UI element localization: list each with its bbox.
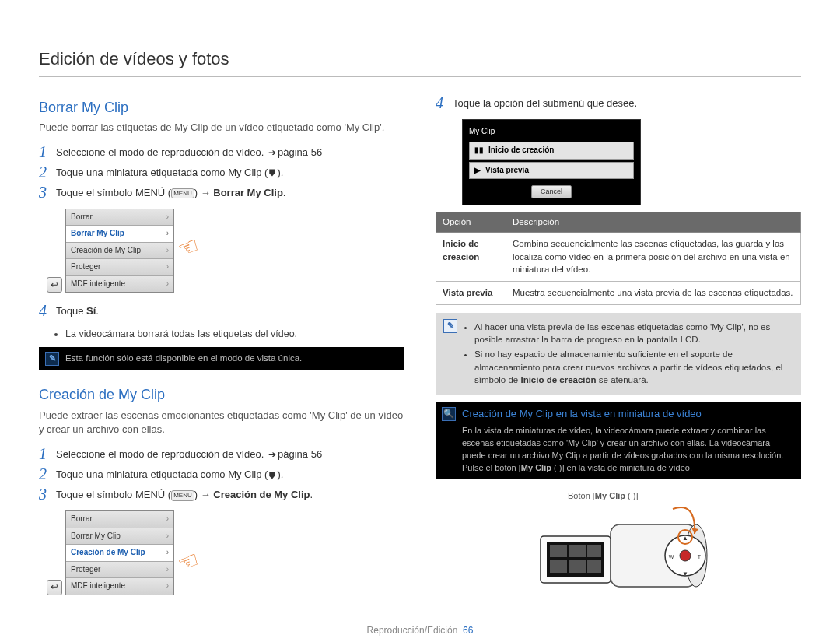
note-body: En la vista de miniaturas de vídeo, la v…: [462, 426, 783, 472]
camcorder-svg: ▲ ▼ W T: [494, 493, 743, 610]
svg-rect-8: [550, 560, 567, 573]
step-number: 3: [39, 184, 56, 201]
step-text: Toque el símbolo MENÚ (MENU) → Borrar My…: [56, 184, 404, 201]
note-grey-box: ✎ Al hacer una vista previa de las escen…: [436, 313, 801, 395]
back-button-icon: ↩: [47, 277, 62, 293]
table-header-option: Opción: [436, 212, 506, 233]
table-cell-val: Muestra secuencialmente una vista previa…: [506, 282, 801, 305]
note-bullet: Al hacer una vista previa de las escenas…: [474, 321, 793, 346]
lcd-submenu-screenshot: My Clip ▮▮ Inicio de creación ▶ Vista pr…: [462, 119, 641, 206]
footer-page-number: 66: [463, 625, 473, 636]
info-icon: ✎: [443, 319, 457, 333]
menu-screenshot-creacion: ↩ Borrar› Borrar My Clip› Creación de My…: [65, 510, 182, 595]
step-text: Toque una miniatura etiquetada como My C…: [56, 465, 404, 482]
chevron-right-icon: ›: [166, 531, 169, 542]
menu-row: Borrar›: [66, 511, 173, 528]
intro-creacion: Puede extraer las escenas emocionantes e…: [39, 409, 404, 438]
page-title: Edición de vídeos y fotos: [39, 47, 801, 77]
hand-pointer-icon: ☜: [173, 542, 204, 581]
menu-row: Borrar›: [66, 209, 173, 226]
chevron-right-icon: ›: [166, 212, 169, 223]
chevron-right-icon: ›: [166, 547, 169, 559]
svg-text:W: W: [669, 554, 674, 560]
chevron-right-icon: ›: [166, 228, 169, 240]
chevron-right-icon: ›: [166, 581, 169, 592]
myclip-tag-icon: [268, 168, 277, 177]
chevron-right-icon: ›: [166, 564, 169, 576]
page-footer: Reproducción/Edición 66: [39, 624, 801, 637]
menu-row-selected: Creación de My Clip›: [66, 545, 173, 562]
left-column: Borrar My Clip Puede borrar las etiqueta…: [39, 91, 404, 610]
steps-borrar: 1 Seleccione el modo de reproducción de …: [39, 143, 404, 201]
steps-right: 4 Toque la opción del submenú que desee.: [436, 94, 801, 111]
steps-borrar-cont: 4 Toque Sí.: [39, 302, 404, 319]
step-text: Toque una miniatura etiquetada como My C…: [56, 163, 404, 181]
svg-rect-9: [569, 560, 586, 573]
menu-row: MDF inteligente›: [66, 578, 173, 595]
chevron-right-icon: ›: [166, 514, 169, 525]
heading-borrar-myclip: Borrar My Clip: [39, 97, 404, 118]
step4-bullet: La videocámara borrará todas las etiquet…: [54, 327, 404, 341]
step-text: Seleccione el modo de reproducción de ví…: [56, 445, 404, 462]
note-bullet: Si no hay espacio de almacenamiento sufi…: [474, 348, 793, 387]
note-single-view: ✎ Esta función sólo está disponible en e…: [39, 347, 404, 370]
page-ref-arrow-icon: [267, 447, 278, 462]
camcorder-button-label: Botón [My Clip ( )]: [568, 490, 638, 503]
step-number: 1: [39, 143, 56, 160]
menu-screenshot-borrar: ↩ Borrar› Borrar My Clip› Creación de My…: [65, 209, 182, 293]
svg-text:▼: ▼: [682, 570, 688, 577]
magnify-icon: 🔍: [442, 407, 456, 421]
myclip-tag-icon: [268, 471, 277, 480]
info-icon: ✎: [45, 352, 59, 366]
steps-creacion: 1 Seleccione el modo de reproducción de …: [39, 445, 404, 503]
svg-point-12: [680, 550, 691, 561]
lcd-row-vista: ▶ Vista previa: [469, 162, 634, 180]
svg-text:T: T: [698, 554, 702, 560]
step-number: 1: [39, 445, 56, 462]
intro-borrar: Puede borrar las etiquetas de My Clip de…: [39, 121, 404, 135]
svg-rect-6: [569, 545, 586, 557]
step-text: Toque el símbolo MENÚ (MENU) → Creación …: [56, 486, 404, 503]
menu-row: MDF inteligente›: [66, 276, 173, 293]
lcd-row-inicio: ▮▮ Inicio de creación: [469, 142, 634, 160]
table-cell-key: Vista previa: [436, 282, 506, 305]
chevron-right-icon: ›: [166, 279, 169, 290]
svg-text:▲: ▲: [682, 535, 688, 542]
menu-row: Borrar My Clip›: [66, 528, 173, 546]
menu-row: Creación de My Clip›: [66, 243, 173, 260]
camcorder-illustration: Botón [My Clip ( )] ▲: [436, 493, 801, 610]
step-text: Toque Sí.: [56, 302, 404, 319]
table-header-description: Descripción: [506, 212, 801, 233]
step-number: 4: [436, 94, 453, 111]
options-table: Opción Descripción Inicio de creación Co…: [436, 212, 801, 304]
table-cell-key: Inicio de creación: [436, 233, 506, 282]
step-number: 4: [39, 302, 56, 319]
svg-rect-7: [587, 545, 601, 557]
step-number: 2: [39, 465, 56, 482]
table-row: Vista previa Muestra secuencialmente una…: [436, 282, 801, 305]
menu-chip-icon: MENU: [171, 188, 194, 199]
film-icon: ▮▮: [474, 145, 484, 156]
step-number: 3: [39, 486, 56, 503]
bullet-item: La videocámara borrará todas las etiquet…: [65, 327, 404, 341]
footer-section: Reproducción/Edición: [367, 625, 458, 636]
menu-row: Proteger›: [66, 562, 173, 579]
note-text: Esta función sólo está disponible en el …: [65, 352, 302, 365]
step-text: Toque la opción del submenú que desee.: [453, 94, 801, 111]
right-column: 4 Toque la opción del submenú que desee.…: [436, 91, 801, 610]
menu-row-selected: Borrar My Clip›: [66, 226, 173, 243]
play-icon: ▶: [474, 165, 481, 177]
note-title: Creación de My Clip en la vista en minia…: [462, 407, 795, 422]
table-row: Inicio de creación Combina secuencialmen…: [436, 233, 801, 282]
hand-pointer-icon: ☜: [173, 228, 204, 267]
heading-creacion-myclip: Creación de My Clip: [39, 384, 404, 405]
svg-rect-10: [587, 560, 601, 573]
page-ref-arrow-icon: [267, 146, 278, 160]
table-cell-val: Combina secuencialmente las escenas etiq…: [506, 233, 801, 282]
chevron-right-icon: ›: [166, 245, 169, 257]
note-black-thumbnail: 🔍 Creación de My Clip en la vista en min…: [436, 402, 801, 479]
step-text: Seleccione el modo de reproducción de ví…: [56, 143, 404, 160]
back-button-icon: ↩: [47, 580, 62, 595]
menu-row: Proteger›: [66, 259, 173, 276]
menu-chip-icon: MENU: [171, 490, 194, 501]
